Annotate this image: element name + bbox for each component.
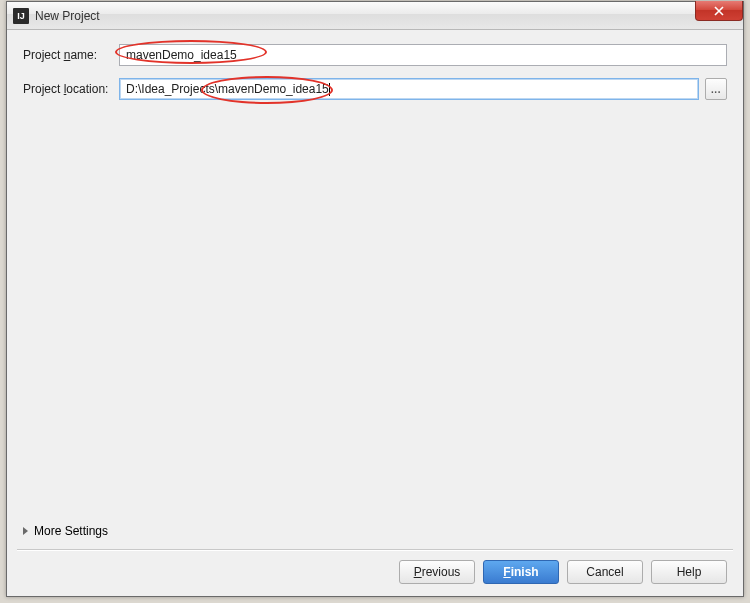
finish-button[interactable]: Finish xyxy=(483,560,559,584)
project-location-row: Project location: D:\Idea_Projects\maven… xyxy=(23,78,727,100)
chevron-right-icon xyxy=(23,527,28,535)
separator xyxy=(17,549,733,550)
help-button[interactable]: Help xyxy=(651,560,727,584)
button-mnemonic: P xyxy=(414,565,422,579)
dialog-button-row: Previous Finish Cancel Help xyxy=(399,560,727,584)
project-name-row: Project name: xyxy=(23,44,727,66)
close-icon xyxy=(714,6,724,16)
input-value: D:\Idea_Projects\mavenDemo_idea15 xyxy=(126,82,329,96)
close-button[interactable] xyxy=(695,1,743,21)
cancel-button[interactable]: Cancel xyxy=(567,560,643,584)
label-text: ocation: xyxy=(66,82,108,96)
button-label: revious xyxy=(422,565,461,579)
ellipsis-icon: ... xyxy=(711,84,721,95)
window-title: New Project xyxy=(35,9,100,23)
button-label: Cancel xyxy=(586,565,623,579)
new-project-dialog: IJ New Project Project name: Project loc… xyxy=(6,1,744,597)
app-icon: IJ xyxy=(13,8,29,24)
more-settings-expander[interactable]: More Settings xyxy=(23,524,108,538)
browse-button[interactable]: ... xyxy=(705,78,727,100)
project-location-label: Project location: xyxy=(23,82,119,96)
label-text: Project xyxy=(23,82,64,96)
text-caret xyxy=(329,83,330,96)
button-mnemonic: F xyxy=(503,565,510,579)
button-label: Help xyxy=(677,565,702,579)
title-bar: IJ New Project xyxy=(7,2,743,30)
previous-button[interactable]: Previous xyxy=(399,560,475,584)
project-name-label: Project name: xyxy=(23,48,119,62)
label-text: ame: xyxy=(70,48,97,62)
dialog-content: Project name: Project location: D:\Idea_… xyxy=(7,30,743,596)
more-settings-label: More Settings xyxy=(34,524,108,538)
project-name-input[interactable] xyxy=(119,44,727,66)
button-label: inish xyxy=(511,565,539,579)
label-text: Project xyxy=(23,48,64,62)
project-location-input[interactable]: D:\Idea_Projects\mavenDemo_idea15 xyxy=(119,78,699,100)
